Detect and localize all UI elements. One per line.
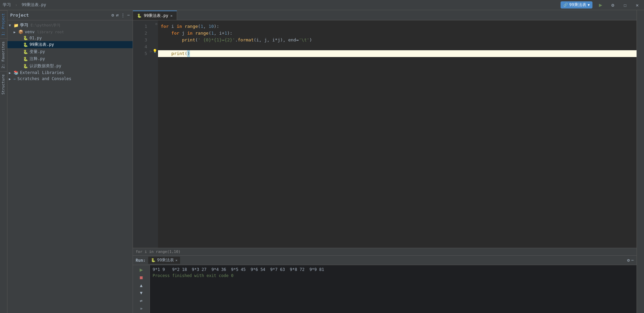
run-tab-close[interactable]: ✕ — [175, 258, 177, 262]
editor-area: 🐍 99乘法表.py ✕ 1 2 3 4 5 ⊖ ▷ — [133, 10, 637, 313]
right-vtabs — [637, 10, 644, 313]
tree-renshishuju[interactable]: ▶ 🐍 认识数据类型.py — [7, 62, 133, 70]
tree-external-libraries[interactable]: ▶ 📚 External Libraries — [7, 70, 133, 76]
tab-label: 99乘法表.py — [144, 13, 168, 19]
panel-header: Project ⚙ ⇄ ⋮ − — [7, 10, 133, 20]
code-content[interactable]: for i in range(1, 10): for j in range(1,… — [158, 20, 637, 248]
tree-99py[interactable]: ▶ 🐍 99乘法表.py — [7, 41, 133, 48]
run-panel-header: Run: 🐍 99乘法表 ✕ ⚙ − — [133, 256, 637, 265]
maximize-button[interactable]: ☐ — [621, 1, 629, 9]
code-line-1: for i in range(1, 10): — [158, 23, 637, 30]
close-button[interactable]: ✕ — [633, 1, 641, 9]
run-settings-icon[interactable]: ⚙ — [627, 258, 630, 263]
project-panel: Project ⚙ ⇄ ⋮ − ▼ 📁 学习 E:\python\学习 ▶ 📦 … — [7, 10, 133, 313]
run-minimize-icon[interactable]: − — [631, 258, 634, 263]
code-line-4 — [158, 43, 637, 50]
panel-title: Project — [10, 13, 109, 18]
tree-scratches[interactable]: ▶ ✏️ Scratches and Consoles — [7, 76, 133, 82]
vtab-structure[interactable]: Structure — [0, 71, 7, 97]
run-sidebar: ▶ ■ ▲ ▼ ⇌ » — [133, 265, 150, 313]
run-tab-label: 99乘法表 — [157, 257, 174, 263]
run-line-icon: ▷ — [150, 49, 152, 53]
top-bar: 学习 › 99乘法表.py 🔗 99乘法表 ▼ ▶ ⚙ ☐ ✕ — [0, 0, 644, 10]
tree-venv[interactable]: ▶ 📦 venv library root — [7, 29, 133, 35]
tab-99py[interactable]: 🐍 99乘法表.py ✕ — [133, 11, 177, 20]
tab-bar: 🐍 99乘法表.py ✕ — [133, 10, 637, 20]
cog-icon[interactable]: ⚙ — [112, 13, 114, 18]
run-layout: ▶ ■ ▲ ▼ ⇌ » 9*1 9 9*2 18 9*3 27 9*4 36 9… — [133, 265, 637, 313]
run-panel-right: ⚙ − — [627, 258, 634, 263]
fold-icon-1[interactable]: ⊖ — [155, 22, 157, 26]
breadcrumb-file[interactable]: 99乘法表.py — [22, 2, 46, 8]
vtab-project[interactable]: 1: Project — [0, 10, 7, 38]
run-scroll-up-btn[interactable]: ▲ — [138, 282, 145, 289]
run-output-line-3: Process finished with exit code 0 — [153, 273, 634, 279]
main-layout: 1: Project 2: Favorites Structure Projec… — [0, 10, 644, 313]
left-vtabs: 1: Project 2: Favorites Structure — [0, 10, 7, 313]
gutter: ⊖ ▷ 💡 — [150, 20, 158, 248]
settings-button[interactable]: ⚙ — [609, 1, 617, 9]
code-line-5: print() — [158, 50, 637, 57]
tree-zhushi[interactable]: ▶ 🐍 注释.py — [7, 55, 133, 62]
run-config[interactable]: 🔗 99乘法表 ▼ — [561, 1, 592, 8]
run-wrap-btn[interactable]: ⇌ — [138, 297, 145, 304]
run-more-btn[interactable]: » — [138, 305, 145, 312]
breadcrumb-learning[interactable]: 学习 — [3, 2, 11, 8]
minimize-icon[interactable]: − — [127, 13, 130, 18]
run-output-line-1: 9*1 9 9*2 18 9*3 27 9*4 36 9*5 45 9*6 54… — [153, 266, 634, 273]
settings-icon[interactable]: ⋮ — [121, 13, 125, 18]
run-scroll-down-btn[interactable]: ▼ — [138, 290, 145, 296]
run-tab-99py[interactable]: 🐍 99乘法表 ✕ — [148, 257, 180, 264]
editor-status-bar: for i in range(1,10) — [133, 248, 637, 255]
sync-icon[interactable]: ⇄ — [116, 13, 119, 18]
run-stop-btn[interactable]: ■ — [138, 274, 145, 281]
tree-01py[interactable]: ▶ 🐍 01.py — [7, 35, 133, 41]
panel-icons: ⚙ ⇄ ⋮ − — [112, 13, 130, 18]
run-play-btn[interactable]: ▶ — [138, 266, 145, 273]
tree-bianliang[interactable]: ▶ 🐍 变量.py — [7, 48, 133, 55]
line-numbers: 1 2 3 4 5 — [133, 20, 150, 248]
editor-breadcrumb: for i in range(1,10) — [136, 250, 180, 254]
vtab-favorites[interactable]: 2: Favorites — [0, 38, 7, 71]
intention-bulb-icon[interactable]: 💡 — [153, 49, 157, 53]
run-output: 9*1 9 9*2 18 9*3 27 9*4 36 9*5 45 9*6 54… — [150, 265, 637, 313]
code-editor: 1 2 3 4 5 ⊖ ▷ 💡 for i in — [133, 20, 637, 248]
code-line-3: print(' {0}*{1}={2}'.format(i, j, i*j), … — [158, 37, 637, 43]
run-label: Run: — [136, 258, 145, 263]
code-line-2: for j in range(1, i+1): — [158, 30, 637, 37]
run-config-label: 99乘法表 — [569, 2, 586, 8]
tab-close-btn[interactable]: ✕ — [170, 14, 173, 18]
run-button[interactable]: ▶ — [597, 1, 605, 9]
tree-root[interactable]: ▼ 📁 学习 E:\python\学习 — [7, 22, 133, 29]
file-tree: ▼ 📁 学习 E:\python\学习 ▶ 📦 venv library roo… — [7, 20, 133, 313]
run-panel: Run: 🐍 99乘法表 ✕ ⚙ − ▶ ■ ▲ ▼ ⇌ — [133, 255, 637, 313]
